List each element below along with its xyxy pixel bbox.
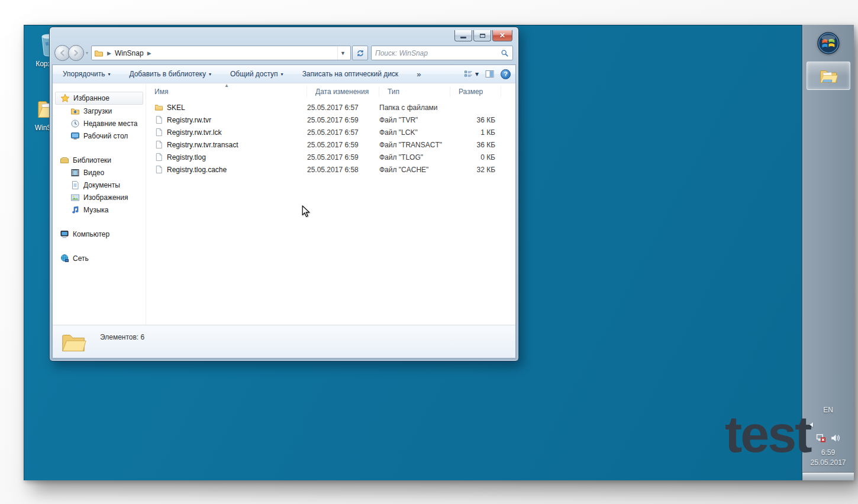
file-name: Registry.rw.tvr.transact [167,141,238,149]
sidebar-item-label: Загрузки [83,107,112,115]
star-icon [60,93,70,103]
file-icon [154,153,163,161]
breadcrumb-folder[interactable]: WinSnap [115,49,144,57]
back-icon [59,49,66,57]
file-row[interactable]: SKEL25.05.2017 6:57Папка с файлами [146,101,515,114]
file-type: Файл "CACHE" [379,166,450,174]
toolbar-button[interactable]: Добавить в библиотеку▾ [124,67,217,81]
language-indicator[interactable]: EN [823,406,833,414]
explorer-folder-icon [818,66,838,86]
desktop-icon [70,131,80,141]
taskbar-explorer-button[interactable] [807,62,850,90]
recent-icon [70,119,80,128]
sidebar-item-downloads[interactable]: Загрузки [53,105,146,117]
breadcrumb-arrow-icon[interactable]: ▶ [104,50,115,56]
file-row[interactable]: Registry.rw.tvr.lck25.05.2017 6:57Файл "… [146,126,515,138]
file-name-cell[interactable]: Registry.tlog [146,153,307,161]
close-icon: ✕ [499,32,505,39]
video-icon [70,168,80,177]
close-button[interactable]: ✕ [492,30,512,41]
command-toolbar: Упорядочить▾Добавить в библиотеку▾Общий … [53,65,515,83]
libraries-icon [60,156,69,165]
file-row[interactable]: Registry.tlog25.05.2017 6:59Файл "TLOG"0… [146,151,515,163]
details-pane: Элементов: 6 [53,325,515,358]
view-mode-icon [463,69,473,79]
show-desktop-button[interactable] [802,472,854,480]
view-dropdown-arrow[interactable]: ▾ [475,67,479,81]
file-name-cell[interactable]: Registry.rw.tvr.lck [146,128,307,137]
minimize-icon [460,37,466,38]
file-name-cell[interactable]: SKEL [146,103,307,112]
address-history-dropdown[interactable]: ▼ [337,46,348,60]
recent-pages-dropdown[interactable]: ▾ [86,50,88,56]
windows-logo-icon [817,32,840,54]
start-button[interactable] [817,32,840,54]
sidebar-item-network[interactable]: Сеть [53,252,146,264]
documents-icon [70,180,80,190]
file-name-cell[interactable]: Registry.tlog.cache [146,165,307,174]
forward-button[interactable] [68,45,84,61]
sidebar-item-label: Библиотеки [73,156,111,164]
file-row[interactable]: Registry.rw.tvr.transact25.05.2017 6:59Ф… [146,138,515,151]
sidebar-item-recent[interactable]: Недавние места [53,117,146,130]
sidebar-item-music[interactable]: Музыка [53,203,146,216]
toolbar-button[interactable]: Записать на оптический диск [297,67,404,81]
file-name-cell[interactable]: Registry.rw.tvr [146,115,307,124]
show-hidden-icons-button[interactable] [809,422,813,427]
network-icon [60,254,69,263]
file-name-cell[interactable]: Registry.rw.tvr.transact [146,140,307,149]
address-bar[interactable]: ▶ WinSnap ▶ ▼ [91,46,351,60]
folder-icon [154,103,163,112]
file-row[interactable]: Registry.rw.tvr25.05.2017 6:59Файл "TVR"… [146,114,515,126]
sidebar-item-label: Сеть [73,254,89,263]
file-name: Registry.tlog.cache [167,166,227,174]
computer-icon [60,230,69,239]
file-type: Папка с файлами [379,104,450,112]
taskbar: EN 6:59 25.05.2017 [802,25,854,480]
mouse-cursor [302,205,311,218]
sidebar-item-desktop[interactable]: Рабочий стол [53,130,146,142]
downloads-icon [70,106,80,116]
help-button[interactable]: ? [501,69,511,79]
minimize-button[interactable] [454,30,472,41]
file-type: Файл "TLOG" [379,153,450,161]
forward-icon [72,49,80,57]
breadcrumb-arrow-icon[interactable]: ▶ [144,50,155,56]
file-name: SKEL [167,104,185,112]
toolbar-button[interactable]: Упорядочить▾ [57,67,115,81]
maximize-icon [480,34,485,38]
column-header-1[interactable]: Дата изменения [307,86,379,97]
file-type: Файл "TRANSACT" [379,141,450,149]
navigation-pane: ИзбранноеЗагрузкиНедавние местаРабочий с… [53,83,146,325]
preview-pane-button[interactable] [485,69,495,79]
sidebar-item-libraries[interactable]: Библиотеки [53,154,146,166]
file-size: 32 КБ [450,166,501,174]
file-name: Registry.rw.tvr [167,116,211,124]
network-status-icon[interactable] [816,433,826,443]
file-row[interactable]: Registry.tlog.cache25.05.2017 6:58Файл "… [146,163,515,176]
volume-icon[interactable] [830,433,840,443]
preview-pane-icon [485,69,495,79]
search-input[interactable]: Поиск: WinSnap [371,46,513,60]
file-list-pane: ▲ ИмяДата измененияТипРазмер SKEL25.05.2… [146,83,515,325]
toolbar-button[interactable]: Общий доступ▾ [225,67,289,81]
sidebar-item-label: Музыка [83,206,108,214]
sidebar-item-video[interactable]: Видео [53,166,146,179]
date[interactable]: 25.05.2017 [810,458,846,467]
sidebar-item-pictures[interactable]: Изображения [53,191,146,203]
toolbar-overflow-button[interactable]: » [412,70,425,79]
clock[interactable]: 6:59 [821,448,835,457]
sidebar-item-star[interactable]: Избранное [55,92,143,105]
sidebar-item-documents[interactable]: Документы [53,179,146,191]
sidebar-item-computer[interactable]: Компьютер [53,228,146,240]
file-name: Registry.rw.tvr.lck [167,128,221,137]
column-header-2[interactable]: Тип [379,86,450,97]
file-size: 36 КБ [450,141,501,149]
file-size: 0 КБ [450,153,501,161]
change-view-button[interactable]: ▾ [463,67,479,81]
column-header-3[interactable]: Размер [450,86,501,97]
refresh-button[interactable] [352,46,368,60]
file-date: 25.05.2017 6:59 [307,141,379,149]
maximize-button[interactable] [473,30,491,41]
desktop: КорзинаWinSnap ✕ ▾ ▶ WinSnap ▶ [24,25,854,480]
